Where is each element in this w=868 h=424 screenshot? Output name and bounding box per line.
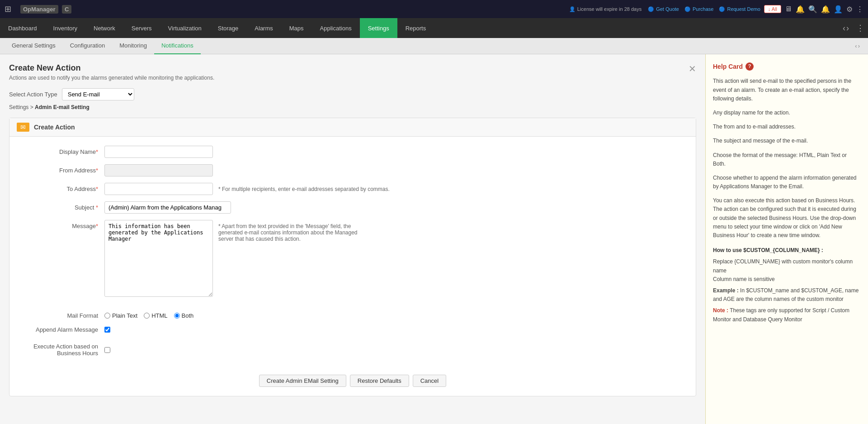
from-address-input[interactable] — [104, 164, 213, 176]
radio-html-input[interactable] — [144, 313, 150, 319]
action-type-select[interactable]: Send E-mail — [62, 88, 134, 100]
main-nav: Dashboard Inventory Network Servers Virt… — [0, 18, 868, 38]
settings-icon[interactable]: ⚙ — [846, 5, 853, 14]
nav-arrows: ‹ › — [839, 24, 853, 33]
page-header: Create New Action Actions are used to no… — [9, 63, 696, 88]
search-icon[interactable]: 🔍 — [808, 5, 817, 14]
purchase-label[interactable]: Purchase — [693, 6, 713, 12]
content-area: Create New Action Actions are used to no… — [0, 54, 868, 424]
help-custom-2: Column name is sensitive — [713, 275, 861, 284]
app-name: OpManager — [20, 5, 58, 14]
request-demo-label[interactable]: Request Demo — [727, 6, 760, 12]
radio-group: Plain Text HTML Both — [104, 312, 193, 319]
user-icon[interactable]: 👤 — [834, 5, 843, 14]
nav-inventory[interactable]: Inventory — [45, 18, 85, 38]
execute-action-row: Execute Action based on Business Hours — [9, 340, 696, 364]
app-code: C — [62, 5, 71, 14]
append-alarm-checkbox[interactable] — [104, 327, 110, 333]
to-address-row: To Address* * For multiple recipients, e… — [23, 183, 682, 195]
nav-storage[interactable]: Storage — [210, 18, 247, 38]
help-body-3: The from and to e-mail addresses. — [713, 123, 861, 131]
license-icon: 👤 — [569, 6, 576, 12]
alarm-icon[interactable]: 🔔 — [821, 5, 830, 14]
nav-reports[interactable]: Reports — [397, 18, 434, 38]
bell-icon[interactable]: 🔔 — [796, 5, 805, 14]
subject-row: Subject * — [23, 201, 682, 214]
nav-virtualization[interactable]: Virtualization — [160, 18, 210, 38]
message-textarea[interactable]: This information has been generated by t… — [104, 220, 213, 297]
subnav-configuration[interactable]: Configuration — [63, 38, 112, 54]
message-row: Message* This information has been gener… — [23, 220, 682, 297]
nav-back-arrow[interactable]: ‹ — [843, 24, 845, 33]
subject-input[interactable] — [104, 201, 231, 214]
app-logo: OpManager C — [19, 5, 71, 13]
display-name-input[interactable] — [104, 146, 213, 158]
mail-format-row: Mail Format Plain Text HTML Both — [9, 312, 696, 319]
nav-applications[interactable]: Applications — [312, 18, 360, 38]
subnav-back-arrow[interactable]: ‹ — [855, 43, 857, 49]
topbar-actions: ↓ All 🖥 🔔 🔍 🔔 👤 ⚙ ⋮ — [764, 5, 863, 14]
nav-settings[interactable]: Settings — [360, 18, 397, 38]
subnav: General Settings Configuration Monitorin… — [0, 38, 868, 54]
subject-label: Subject * — [23, 201, 104, 211]
append-alarm-row: Append Alarm Message — [9, 324, 696, 336]
breadcrumb-settings: Settings — [9, 104, 28, 110]
form-card: ✉ Create Action Display Name* From Addre… — [9, 118, 696, 396]
breadcrumb: Settings > Admin E-mail Setting — [9, 104, 696, 110]
help-icon: ? — [745, 62, 754, 71]
page-subtitle: Actions are used to notify you the alarm… — [9, 75, 689, 81]
license-text: License will expire in 28 days — [577, 6, 642, 12]
nav-more-dots[interactable]: ⋮ — [853, 23, 868, 33]
nav-dashboard[interactable]: Dashboard — [0, 18, 45, 38]
cancel-button[interactable]: Cancel — [413, 375, 446, 387]
nav-network[interactable]: Network — [85, 18, 123, 38]
display-name-row: Display Name* — [23, 146, 682, 158]
action-type-label: Select Action Type — [9, 91, 57, 98]
help-note: Note : These tags are only supported for… — [713, 306, 861, 324]
radio-plain-text-input[interactable] — [104, 313, 110, 319]
subnav-general-settings[interactable]: General Settings — [5, 38, 63, 54]
form-buttons: Create Admin EMail Setting Restore Defau… — [9, 368, 696, 396]
help-body-6: Choose whether to append the alarm infor… — [713, 174, 861, 191]
nav-alarms[interactable]: Alarms — [246, 18, 281, 38]
breadcrumb-page: Admin E-mail Setting — [35, 104, 90, 110]
help-custom-example: Example : In $CUSTOM_name and $CUSTOM_AG… — [713, 286, 861, 304]
email-icon: ✉ — [17, 123, 29, 132]
btn-all[interactable]: ↓ All — [764, 5, 781, 13]
radio-both-input[interactable] — [174, 313, 180, 319]
nav-servers[interactable]: Servers — [123, 18, 160, 38]
form-card-title: Create Action — [34, 124, 75, 131]
execute-action-checkbox[interactable] — [104, 347, 110, 353]
subnav-forward-arrow[interactable]: › — [858, 43, 860, 49]
message-label: Message* — [23, 220, 104, 229]
mail-format-label: Mail Format — [23, 312, 104, 319]
nav-forward-arrow[interactable]: › — [846, 24, 849, 33]
create-button[interactable]: Create Admin EMail Setting — [259, 375, 346, 387]
radio-both[interactable]: Both — [174, 312, 194, 319]
license-info: 👤 License will expire in 28 days 🔵 Get Q… — [569, 6, 760, 12]
subnav-monitoring[interactable]: Monitoring — [112, 38, 154, 54]
topbar: ⊞ OpManager C 👤 License will expire in 2… — [0, 0, 868, 18]
get-quote-label[interactable]: Get Quote — [656, 6, 679, 12]
close-button[interactable]: ✕ — [689, 63, 696, 74]
display-name-required: * — [96, 148, 98, 155]
monitor-icon[interactable]: 🖥 — [785, 5, 792, 13]
nav-maps[interactable]: Maps — [281, 18, 312, 38]
radio-html[interactable]: HTML — [144, 312, 167, 319]
from-address-required: * — [96, 167, 98, 174]
subnav-notifications[interactable]: Notifications — [154, 38, 201, 54]
to-address-required: * — [96, 186, 98, 192]
more-icon[interactable]: ⋮ — [856, 5, 863, 14]
to-address-input[interactable] — [104, 183, 213, 195]
grid-icon: ⊞ — [5, 4, 11, 14]
help-body-7: You can also execute this action based o… — [713, 196, 861, 240]
from-address-label: From Address* — [23, 164, 104, 174]
help-card-title: Help Card ? — [713, 62, 861, 71]
radio-plain-text[interactable]: Plain Text — [104, 312, 137, 319]
help-body-4: The subject and message of the e-mail. — [713, 137, 861, 145]
message-required: * — [96, 223, 98, 229]
action-type-row: Select Action Type Send E-mail — [9, 88, 696, 100]
restore-defaults-button[interactable]: Restore Defaults — [350, 375, 409, 387]
page-header-content: Create New Action Actions are used to no… — [9, 63, 689, 88]
from-address-row: From Address* — [23, 164, 682, 176]
